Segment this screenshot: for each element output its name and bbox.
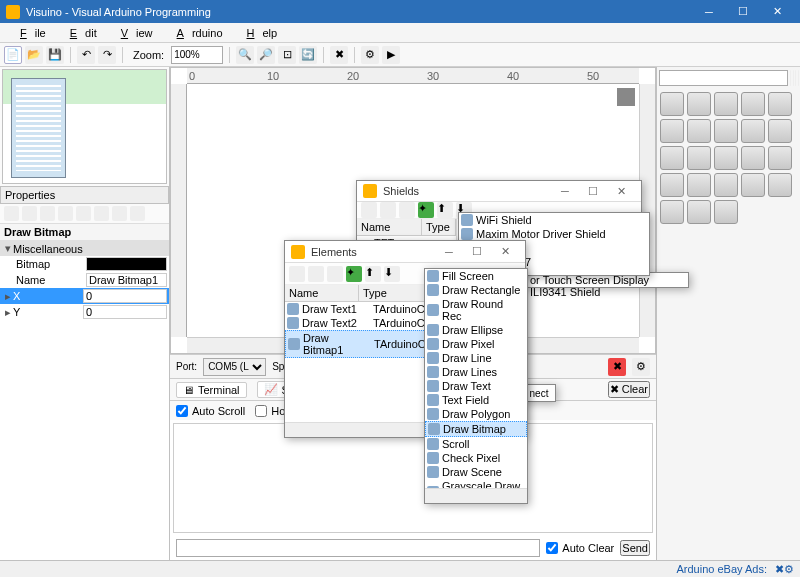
- minimize-button[interactable]: ─: [692, 0, 726, 23]
- palette-filter-2[interactable]: [795, 70, 796, 86]
- elements-tool-add[interactable]: ✦: [346, 266, 362, 282]
- palette-item[interactable]: [714, 92, 738, 116]
- shields-col-type[interactable]: Type: [422, 219, 456, 235]
- elements-menu-item[interactable]: Draw Polygon: [425, 407, 527, 421]
- menu-file[interactable]: File: [4, 25, 54, 41]
- prop-btn-5[interactable]: [76, 206, 91, 221]
- prop-btn-7[interactable]: [112, 206, 127, 221]
- palette-item[interactable]: [687, 146, 711, 170]
- elements-menu-item[interactable]: Draw Text: [425, 379, 527, 393]
- shields-tool-add[interactable]: ✦: [418, 202, 434, 218]
- status-close-icon[interactable]: ✖: [775, 563, 784, 576]
- palette-item[interactable]: [768, 173, 792, 197]
- zoom-out-button[interactable]: 🔎: [257, 46, 275, 64]
- zoom-in-button[interactable]: 🔍: [236, 46, 254, 64]
- prop-btn-2[interactable]: [22, 206, 37, 221]
- elements-menu-item[interactable]: Draw Lines: [425, 365, 527, 379]
- send-input[interactable]: [176, 539, 540, 557]
- palette-item[interactable]: [714, 200, 738, 224]
- palette-filter-1[interactable]: [793, 70, 794, 86]
- shields-col-name[interactable]: Name: [357, 219, 422, 235]
- elements-max-button[interactable]: ☐: [463, 242, 491, 262]
- elements-tool-1[interactable]: [289, 266, 305, 282]
- undo-button[interactable]: ↶: [77, 46, 95, 64]
- auto-scroll-check[interactable]: Auto Scroll: [176, 405, 245, 417]
- prop-category[interactable]: ▾ Miscellaneous: [0, 241, 169, 256]
- open-button[interactable]: 📂: [25, 46, 43, 64]
- palette-item[interactable]: [741, 92, 765, 116]
- palette-item[interactable]: [714, 119, 738, 143]
- palette-filter-3[interactable]: [798, 70, 799, 86]
- shields-tool-1[interactable]: [361, 202, 377, 218]
- delete-button[interactable]: ✖: [330, 46, 348, 64]
- prop-row-name[interactable]: Name Draw Bitmap1: [0, 272, 169, 288]
- palette-item[interactable]: [741, 173, 765, 197]
- elements-tool-up[interactable]: ⬆: [365, 266, 381, 282]
- elements-menu-item[interactable]: Check Pixel: [425, 451, 527, 465]
- prop-btn-6[interactable]: [94, 206, 109, 221]
- elements-tool-2[interactable]: [308, 266, 324, 282]
- new-button[interactable]: 📄: [4, 46, 22, 64]
- disconnect-icon[interactable]: ✖: [608, 358, 626, 376]
- elements-tool-down[interactable]: ⬇: [384, 266, 400, 282]
- elements-tool-3[interactable]: [327, 266, 343, 282]
- design-preview[interactable]: [2, 69, 167, 184]
- prop-btn-4[interactable]: [58, 206, 73, 221]
- palette-item[interactable]: [687, 173, 711, 197]
- shields-tool-up[interactable]: ⬆: [437, 202, 453, 218]
- elements-menu-item[interactable]: Draw Pixel: [425, 337, 527, 351]
- elements-menu-item[interactable]: Draw Scene: [425, 465, 527, 479]
- palette-search-input[interactable]: [659, 70, 788, 86]
- port-select[interactable]: COM5 (L: [203, 358, 266, 376]
- shield-menu-wifi[interactable]: WiFi Shield: [459, 213, 649, 227]
- auto-clear-check[interactable]: Auto Clear: [546, 542, 614, 554]
- palette-item[interactable]: [768, 92, 792, 116]
- elements-menu-item[interactable]: Draw Ellipse: [425, 323, 527, 337]
- send-button[interactable]: Send: [620, 540, 650, 556]
- prop-row-x[interactable]: ▸ X 0: [0, 288, 169, 304]
- maximize-button[interactable]: ☐: [726, 0, 760, 23]
- elements-menu-item[interactable]: Draw Round Rec: [425, 297, 527, 323]
- palette-item[interactable]: [741, 146, 765, 170]
- elements-menu-scrollbar[interactable]: [425, 488, 527, 503]
- upload-button[interactable]: ▶: [382, 46, 400, 64]
- palette-item[interactable]: [768, 146, 792, 170]
- palette-item[interactable]: [660, 173, 684, 197]
- elements-menu-item[interactable]: Fill Screen: [425, 269, 527, 283]
- shield-menu-maxim[interactable]: Maxim Motor Driver Shield: [459, 227, 649, 241]
- status-settings-icon[interactable]: ⚙: [784, 563, 794, 576]
- palette-item[interactable]: [768, 119, 792, 143]
- prop-btn-8[interactable]: [130, 206, 145, 221]
- menu-arduino[interactable]: Arduino: [161, 25, 231, 41]
- palette-item[interactable]: [660, 92, 684, 116]
- shields-min-button[interactable]: ─: [551, 181, 579, 201]
- menu-edit[interactable]: Edit: [54, 25, 105, 41]
- elements-menu-item[interactable]: Draw Bitmap: [425, 421, 527, 437]
- clear-button-top[interactable]: ✖ Clear: [608, 381, 650, 398]
- shields-close-button[interactable]: ✕: [607, 181, 635, 201]
- menu-help[interactable]: Help: [231, 25, 286, 41]
- palette-item[interactable]: [714, 173, 738, 197]
- palette-item[interactable]: [687, 119, 711, 143]
- zoom-combo[interactable]: [171, 46, 223, 64]
- prop-row-bitmap[interactable]: Bitmap: [0, 256, 169, 272]
- refresh-button[interactable]: 🔄: [299, 46, 317, 64]
- save-button[interactable]: 💾: [46, 46, 64, 64]
- shields-tool-3[interactable]: [399, 202, 415, 218]
- elements-min-button[interactable]: ─: [435, 242, 463, 262]
- palette-item[interactable]: [660, 200, 684, 224]
- menu-view[interactable]: View: [105, 25, 161, 41]
- shields-tool-2[interactable]: [380, 202, 396, 218]
- elements-close-button[interactable]: ✕: [491, 242, 519, 262]
- elements-menu-item[interactable]: Text Field: [425, 393, 527, 407]
- elements-menu-item[interactable]: Draw Rectangle: [425, 283, 527, 297]
- elements-menu-item[interactable]: Scroll: [425, 437, 527, 451]
- prop-btn-1[interactable]: [4, 206, 19, 221]
- prop-row-y[interactable]: ▸ Y 0: [0, 304, 169, 320]
- redo-button[interactable]: ↷: [98, 46, 116, 64]
- palette-item[interactable]: [687, 92, 711, 116]
- elements-menu-item[interactable]: Grayscale Draw S: [425, 479, 527, 488]
- shields-max-button[interactable]: ☐: [579, 181, 607, 201]
- palette-item[interactable]: [741, 119, 765, 143]
- palette-item[interactable]: [687, 200, 711, 224]
